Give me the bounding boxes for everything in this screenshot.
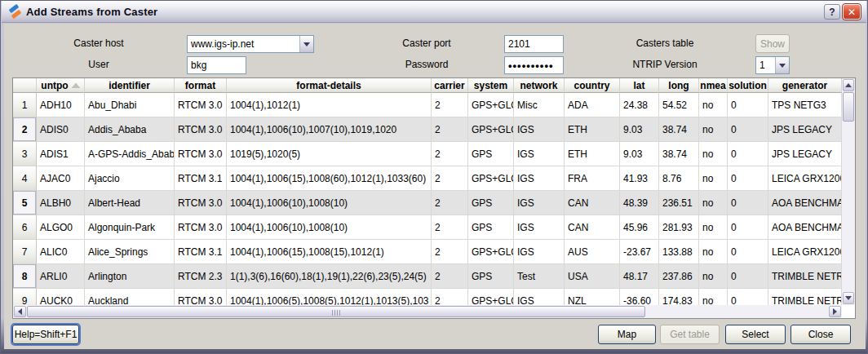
table-cell[interactable]: GPS	[468, 191, 514, 215]
column-header-lat[interactable]: lat	[620, 78, 659, 93]
table-cell[interactable]: JPS LEGACY	[768, 142, 842, 166]
table-cell[interactable]: AJAC0	[37, 166, 85, 191]
scroll-left-button[interactable]	[14, 306, 26, 317]
caster-host-combobox[interactable]: www.igs-ip.net	[187, 35, 314, 53]
table-cell[interactable]: IGS	[514, 240, 565, 264]
table-cell[interactable]: ADIS0	[37, 117, 85, 142]
table-cell[interactable]: 1004(1),1006(15),1008(60),1012(1),1033(6…	[227, 166, 432, 191]
table-cell[interactable]: Arlington	[85, 264, 175, 289]
row-number-header[interactable]: 5	[13, 191, 37, 215]
table-cell[interactable]: 0	[728, 191, 768, 215]
column-header-nmea[interactable]: nmea	[699, 78, 728, 93]
table-cell[interactable]: no	[699, 215, 728, 240]
table-cell[interactable]: AUS	[565, 240, 620, 264]
row-number-header[interactable]: 8	[13, 264, 37, 289]
table-cell[interactable]: JPS LEGACY	[768, 117, 842, 142]
table-cell[interactable]: no	[699, 117, 728, 142]
table-cell[interactable]: ALGO0	[37, 215, 85, 240]
table-cell[interactable]: 0	[728, 142, 768, 166]
row-header-corner[interactable]	[13, 78, 37, 93]
table-cell[interactable]: 48.39	[620, 191, 659, 215]
table-cell[interactable]: RTCM 2.3	[175, 264, 227, 289]
user-input[interactable]: bkg	[187, 56, 246, 74]
table-row[interactable]: 1ADH10Abu_DhabiRTCM 3.01004(1),1012(1)2G…	[13, 93, 842, 117]
table-cell[interactable]: TPS NETG3	[768, 93, 842, 117]
table-cell[interactable]: LEICA GRX1200GG	[768, 240, 842, 264]
table-cell[interactable]: 2	[432, 240, 468, 264]
table-row[interactable]: 7ALIC0Alice_SpringsRTCM 3.11004(1),1006(…	[13, 240, 842, 264]
row-number-header[interactable]: 4	[13, 166, 37, 191]
table-cell[interactable]: 24.38	[620, 93, 659, 117]
table-cell[interactable]: 133.88	[659, 240, 699, 264]
table-cell[interactable]: IGS	[514, 215, 565, 240]
column-header-country[interactable]: country	[565, 78, 620, 93]
table-cell[interactable]: 1004(1),1006(10),1007(10),1019,1020	[227, 117, 432, 142]
row-number-header[interactable]: 9	[13, 289, 37, 305]
chevron-down-icon[interactable]	[775, 57, 789, 73]
table-body[interactable]: 1ADH10Abu_DhabiRTCM 3.01004(1),1012(1)2G…	[13, 93, 842, 305]
table-cell[interactable]: 1004(1),1006(10),1008(10)	[227, 191, 432, 215]
table-cell[interactable]: no	[699, 289, 728, 305]
chevron-down-icon[interactable]	[299, 36, 313, 52]
table-cell[interactable]: 2	[432, 289, 468, 305]
table-cell[interactable]: Addis_Ababa	[85, 117, 175, 142]
row-number-header[interactable]: 1	[13, 93, 37, 117]
password-input[interactable]: ••••••••••	[504, 56, 564, 74]
scroll-right-button[interactable]	[829, 306, 841, 317]
table-cell[interactable]: 1019(5),1020(5)	[227, 142, 432, 166]
table-cell[interactable]: 2	[432, 117, 468, 142]
table-cell[interactable]: IGS	[514, 166, 565, 191]
table-cell[interactable]: 0	[728, 289, 768, 305]
table-cell[interactable]: TRIMBLE NETR9	[768, 289, 842, 305]
table-cell[interactable]: GPS+GLO	[468, 240, 514, 264]
table-cell[interactable]: 237.86	[659, 264, 699, 289]
table-cell[interactable]: CAN	[565, 191, 620, 215]
column-header-network[interactable]: network	[514, 78, 565, 93]
row-number-header[interactable]: 6	[13, 215, 37, 240]
table-cell[interactable]: 38.74	[659, 117, 699, 142]
scroll-up-button[interactable]	[843, 79, 854, 91]
vertical-scroll-thumb[interactable]	[843, 92, 854, 122]
title-bar[interactable]: Add Streams from Caster ? ✕	[2, 1, 866, 23]
table-cell[interactable]: 174.83	[659, 289, 699, 305]
table-cell[interactable]: NZL	[565, 289, 620, 305]
table-cell[interactable]: IGS	[514, 117, 565, 142]
context-help-button[interactable]: ?	[824, 4, 840, 20]
table-cell[interactable]: 2	[432, 191, 468, 215]
show-casters-table-button[interactable]: Show	[755, 34, 790, 53]
table-cell[interactable]: GPS	[468, 215, 514, 240]
table-row[interactable]: 2ADIS0Addis_AbabaRTCM 3.01004(1),1006(10…	[13, 117, 842, 142]
table-cell[interactable]: 0	[728, 117, 768, 142]
table-cell[interactable]: ETH	[565, 142, 620, 166]
column-header-solution[interactable]: solution	[728, 78, 768, 93]
table-cell[interactable]: GPS+GLO	[468, 289, 514, 305]
table-cell[interactable]: TRIMBLE NETRS	[768, 264, 842, 289]
column-header-long[interactable]: long	[659, 78, 699, 93]
table-cell[interactable]: 54.52	[659, 93, 699, 117]
table-cell[interactable]: 9.03	[620, 117, 659, 142]
table-cell[interactable]: 1004(1),1006(5),1008(5),1012(1),1013(5),…	[227, 289, 432, 305]
table-cell[interactable]: 1004(1),1006(15),1008(15),1012(1)	[227, 240, 432, 264]
table-cell[interactable]: 236.51	[659, 191, 699, 215]
table-cell[interactable]: 1(1),3(6),16(60),18(1),19(1),22(6),23(5)…	[227, 264, 432, 289]
close-window-button[interactable]: ✕	[843, 4, 861, 20]
table-cell[interactable]: Algonquin-Park	[85, 215, 175, 240]
table-row[interactable]: 5ALBH0Albert-HeadRTCM 3.01004(1),1006(10…	[13, 191, 842, 215]
row-number-header[interactable]: 3	[13, 142, 37, 166]
table-cell[interactable]: RTCM 3.0	[175, 93, 227, 117]
table-cell[interactable]: Abu_Dhabi	[85, 93, 175, 117]
select-button[interactable]: Select	[725, 325, 786, 344]
table-cell[interactable]: no	[699, 142, 728, 166]
table-cell[interactable]: RTCM 3.0	[175, 142, 227, 166]
table-cell[interactable]: 281.93	[659, 215, 699, 240]
table-cell[interactable]: 0	[728, 240, 768, 264]
horizontal-scrollbar[interactable]	[13, 305, 842, 318]
table-row[interactable]: 4AJAC0AjaccioRTCM 3.11004(1),1006(15),10…	[13, 166, 842, 191]
table-cell[interactable]: 0	[728, 215, 768, 240]
table-cell[interactable]: ALIC0	[37, 240, 85, 264]
table-cell[interactable]: USA	[565, 264, 620, 289]
table-cell[interactable]: 2	[432, 166, 468, 191]
table-cell[interactable]: Alice_Springs	[85, 240, 175, 264]
table-cell[interactable]: Misc	[514, 93, 565, 117]
row-number-header[interactable]: 7	[13, 240, 37, 264]
